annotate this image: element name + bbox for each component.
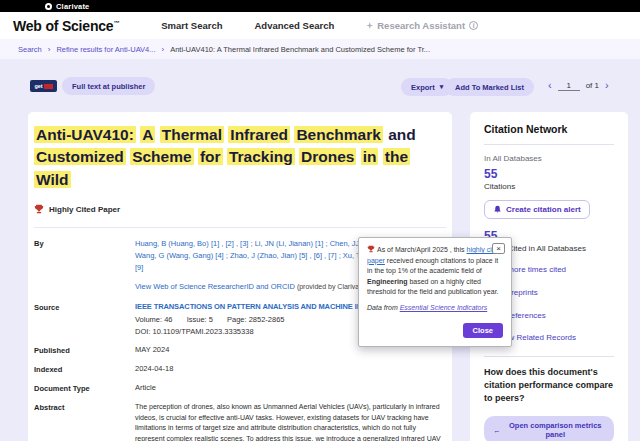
pagination: ‹ of 1 ›	[548, 80, 609, 91]
issue: Issue: 5	[187, 315, 213, 324]
volume: Volume: 46	[135, 315, 173, 324]
field-doctype: Document Type Article	[34, 383, 446, 393]
web-of-science-page: Clarivate Web of Science™ Smart Search A…	[0, 0, 640, 441]
breadcrumb-refine-results[interactable]: Refine results for Anti-UAV4...	[56, 45, 155, 54]
doctype-label: Document Type	[34, 383, 135, 393]
field-indexed: Indexed 2024-04-18	[34, 364, 446, 374]
create-citation-alert-button[interactable]: Create citation alert	[484, 200, 590, 219]
bell-icon	[493, 205, 502, 214]
open-comparison-metrics-button[interactable]: ← Open comparison metrics panel	[484, 416, 614, 441]
tooltip-data-from: Data from Essential Science Indicators	[367, 304, 503, 311]
breadcrumb-current: Anti-UAV410: A Thermal Infrared Benchmar…	[170, 45, 430, 54]
tooltip-prefix: As of March/April 2025 , this	[377, 246, 466, 253]
highly-cited-tooltip: × As of March/April 2025 , this highly c…	[358, 237, 512, 347]
paper-title: Anti-UAV410: A Thermal Infrared Benchmar…	[34, 124, 442, 191]
citations-label: Citations	[484, 182, 614, 191]
essential-science-indicators-link[interactable]: Essential Science Indicators	[400, 304, 488, 311]
published-value: MAY 2024	[135, 345, 446, 355]
highly-cited-badge: Highly Cited Paper	[34, 204, 446, 214]
add-to-marked-label: Add To Marked List	[455, 83, 524, 92]
doctype-value: Article	[135, 383, 446, 393]
nav-research-assistant[interactable]: Research Assistant i	[366, 20, 478, 31]
tooltip-close-button[interactable]: Close	[463, 323, 503, 338]
product-name: Web of Science	[13, 18, 113, 34]
indexed-value: 2024-04-18	[135, 364, 446, 374]
citations-count[interactable]: 55	[484, 167, 614, 181]
researcher-id-link[interactable]: View Web of Science ResearcherID and ORC…	[135, 282, 295, 291]
tooltip-footer: Close	[367, 319, 503, 338]
main-nav: Smart Search Advanced Search Research As…	[161, 20, 478, 31]
divider	[34, 227, 446, 228]
divider	[484, 144, 614, 145]
trademark: ™	[113, 20, 119, 26]
page-range: Page: 2852-2865	[227, 315, 285, 324]
export-label: Export	[411, 83, 435, 92]
sparkle-icon	[366, 22, 373, 29]
get-it-red-mark	[44, 84, 53, 89]
field-abstract: Abstract The perception of drones, also …	[34, 402, 446, 441]
full-text-button[interactable]: Full text at publisher	[62, 77, 155, 95]
abstract-text: The perception of drones, also known as …	[135, 402, 446, 441]
info-icon: i	[469, 21, 478, 30]
full-text-label: Full text at publisher	[72, 82, 145, 91]
add-to-marked-list-button[interactable]: Add To Marked List	[445, 78, 534, 96]
research-assistant-label: Research Assistant	[377, 20, 465, 31]
divider	[484, 356, 614, 357]
abstract-label: Abstract	[34, 402, 135, 441]
product-title: Web of Science™	[13, 18, 119, 34]
prev-page-icon[interactable]: ‹	[548, 80, 552, 91]
provided-by-note: (provided by Clarivate)	[297, 283, 367, 290]
page-number-input[interactable]	[558, 81, 580, 91]
citation-network-title: Citation Network	[484, 123, 614, 135]
tooltip-close-icon[interactable]: ×	[492, 243, 505, 254]
breadcrumb-separator-icon: ›	[162, 45, 165, 54]
breadcrumb-search[interactable]: Search	[18, 45, 42, 54]
comparison-question: How does this document's citation perfor…	[484, 366, 614, 405]
highly-cited-label: Highly Cited Paper	[49, 205, 120, 214]
chevron-down-icon: ▾	[440, 83, 444, 91]
by-label: By	[34, 238, 135, 273]
get-it-badge[interactable]: get	[30, 80, 57, 92]
arrow-left-icon: ←	[493, 426, 501, 435]
tooltip-field-name: Engineering	[367, 278, 407, 285]
data-from-prefix: Data from	[367, 304, 400, 311]
tooltip-text: As of March/April 2025 , this highly cit…	[367, 245, 503, 298]
clarivate-topbar: Clarivate	[0, 0, 640, 12]
clarivate-logo-icon	[45, 3, 52, 10]
indexed-label: Indexed	[34, 364, 135, 374]
appbar: Web of Science™ Smart Search Advanced Se…	[0, 12, 640, 39]
in-all-databases-label: In All Databases	[484, 154, 614, 163]
page-of-label: of 1	[586, 81, 599, 90]
open-comparison-metrics-label: Open comparison metrics panel	[506, 421, 606, 439]
clarivate-brand: Clarivate	[56, 2, 90, 11]
field-published: Published MAY 2024	[34, 345, 446, 355]
next-page-icon[interactable]: ›	[605, 80, 609, 91]
nav-advanced-search[interactable]: Advanced Search	[255, 20, 335, 31]
source-label: Source	[34, 302, 135, 336]
trophy-icon	[34, 204, 44, 214]
trophy-icon	[367, 245, 375, 253]
nav-smart-search[interactable]: Smart Search	[161, 20, 222, 31]
tooltip-middle: received enough citations to place it in…	[367, 257, 498, 275]
breadcrumb-separator-icon: ›	[48, 45, 51, 54]
create-citation-alert-label: Create citation alert	[506, 205, 581, 214]
published-label: Published	[34, 345, 135, 355]
get-it-label: get	[34, 83, 42, 89]
breadcrumb: Search › Refine results for Anti-UAV4...…	[0, 39, 640, 59]
